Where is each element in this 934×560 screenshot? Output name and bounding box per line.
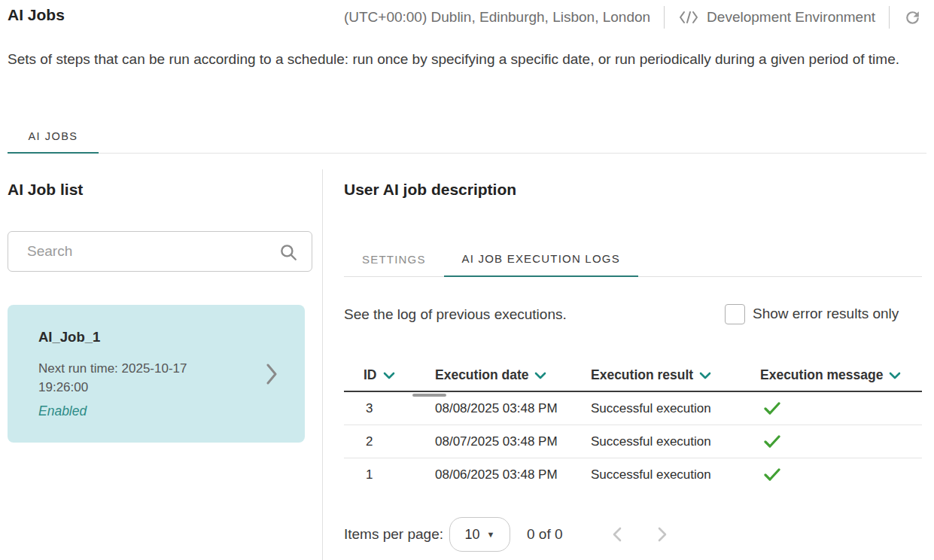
environment-label: Development Environment (707, 9, 875, 26)
cell-execution-result: Successful execution (591, 434, 760, 449)
tab-ai-jobs[interactable]: AI JOBS (8, 120, 99, 154)
log-caption: See the log of previous executions. (344, 306, 567, 323)
detail-tabbar: SETTINGS AI JOB EXECUTION LOGS (344, 241, 922, 277)
job-list-title: AI Job list (8, 181, 83, 199)
header-toolbar: (UTC+00:00) Dublin, Edinburgh, Lisbon, L… (344, 0, 922, 35)
search-icon[interactable] (278, 242, 298, 262)
ai-jobs-page: AI Jobs (UTC+00:00) Dublin, Edinburgh, L… (0, 0, 934, 560)
show-errors-checkbox[interactable] (725, 304, 745, 324)
environment-indicator: Development Environment (678, 9, 875, 26)
show-errors-label: Show error results only (753, 306, 899, 322)
column-header-id[interactable]: ID (344, 367, 435, 383)
panel-divider (322, 169, 323, 560)
cell-id: 3 (344, 401, 435, 416)
job-status-badge: Enabled (38, 403, 87, 419)
cell-id: 2 (344, 434, 435, 449)
table-row[interactable]: 1 08/06/2025 03:48 PM Successful executi… (344, 458, 922, 492)
items-per-page-select[interactable]: 10 ▼ (449, 517, 510, 552)
success-check-icon (760, 468, 922, 482)
items-per-page-label: Items per page: (344, 517, 443, 552)
success-check-icon (760, 402, 922, 415)
page-range-label: 0 of 0 (527, 517, 563, 552)
next-run-line1: Next run time: 2025-10-17 (38, 361, 187, 376)
items-per-page-value: 10 (465, 527, 480, 543)
header-divider (889, 6, 890, 29)
header-divider (664, 6, 665, 29)
search-input[interactable] (27, 232, 283, 271)
sort-chevron-icon (699, 372, 711, 379)
job-next-run-time: Next run time: 2025-10-17 19:26:00 (38, 360, 211, 397)
column-header-execution-message[interactable]: Execution message (760, 367, 922, 383)
table-row[interactable]: 3 08/08/2025 03:48 PM Successful executi… (344, 392, 922, 425)
job-name: AI_Job_1 (38, 329, 100, 345)
next-run-line2: 19:26:00 (38, 380, 88, 394)
previous-page-icon[interactable] (612, 527, 622, 542)
sort-chevron-icon (534, 372, 546, 379)
job-search-box (8, 231, 312, 272)
pagination-bar: Items per page: 10 ▼ 0 of 0 (344, 517, 735, 552)
cell-execution-date: 08/07/2025 03:48 PM (435, 434, 591, 449)
cell-execution-date: 08/08/2025 03:48 PM (435, 401, 591, 416)
sort-chevron-icon (889, 372, 901, 379)
tab-execution-logs[interactable]: AI JOB EXECUTION LOGS (444, 241, 638, 277)
success-check-icon (760, 435, 922, 449)
cell-id: 1 (344, 467, 435, 482)
page-description: Sets of steps that can be run according … (8, 48, 899, 71)
execution-log-table: ID Execution date Execution result Execu… (344, 360, 922, 492)
table-scrollbar[interactable] (412, 394, 446, 397)
next-page-icon[interactable] (657, 527, 668, 542)
table-header-row: ID Execution date Execution result Execu… (344, 360, 922, 392)
sort-chevron-icon (383, 372, 395, 379)
main-tabbar: AI JOBS (8, 120, 926, 154)
job-description-title: User AI job description (344, 181, 516, 199)
tab-settings[interactable]: SETTINGS (344, 241, 444, 277)
cell-execution-result: Successful execution (591, 401, 760, 416)
column-header-execution-result[interactable]: Execution result (591, 367, 760, 383)
page-title: AI Jobs (8, 6, 65, 24)
refresh-icon[interactable] (903, 8, 922, 27)
cell-execution-result: Successful execution (591, 467, 760, 482)
cell-execution-date: 08/06/2025 03:48 PM (435, 467, 591, 482)
chevron-right-icon[interactable] (264, 362, 279, 386)
table-row[interactable]: 2 08/07/2025 03:48 PM Successful executi… (344, 425, 922, 458)
code-icon (678, 10, 699, 25)
select-caret-icon: ▼ (487, 530, 495, 539)
timezone-label: (UTC+00:00) Dublin, Edinburgh, Lisbon, L… (344, 9, 650, 26)
column-header-execution-date[interactable]: Execution date (435, 367, 591, 383)
job-card-ai-job-1[interactable]: AI_Job_1 Next run time: 2025-10-17 19:26… (8, 305, 305, 443)
